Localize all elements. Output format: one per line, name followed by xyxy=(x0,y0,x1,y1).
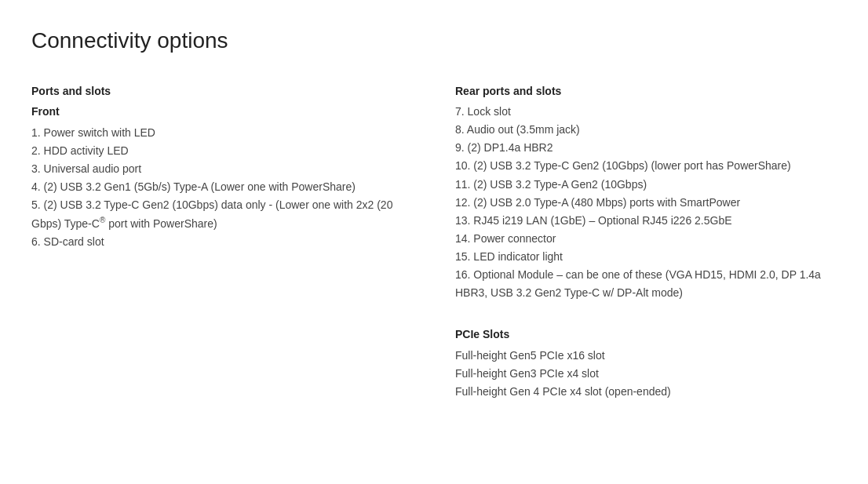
right-item-7: 7. Lock slot xyxy=(455,103,837,121)
pcie-section-title: PCIe Slots xyxy=(455,326,837,343)
left-item-2: 2. HDD activity LED xyxy=(31,142,424,160)
right-section-title: Rear ports and slots xyxy=(455,82,837,100)
right-item-14: 14. Power connector xyxy=(455,230,837,248)
right-item-13: 13. RJ45 i219 LAN (1GbE) – Optional RJ45… xyxy=(455,212,837,230)
left-item-1: 1. Power switch with LED xyxy=(31,124,424,142)
page-title: Connectivity options xyxy=(31,24,837,59)
left-item-4: 4. (2) USB 3.2 Gen1 (5Gb/s) Type-A (Lowe… xyxy=(31,178,424,196)
right-item-8: 8. Audio out (3.5mm jack) xyxy=(455,121,837,139)
right-item-11: 11. (2) USB 3.2 Type-A Gen2 (10Gbps) xyxy=(455,176,837,194)
left-section-title: Ports and slots xyxy=(31,82,424,100)
right-item-15: 15. LED indicator light xyxy=(455,248,837,266)
left-column: Ports and slots Front 1. Power switch wi… xyxy=(31,82,424,251)
left-item-6: 6. SD-card slot xyxy=(31,233,424,251)
spacer xyxy=(455,302,837,326)
front-subsection-title: Front xyxy=(31,103,424,120)
right-column: Rear ports and slots 7. Lock slot 8. Aud… xyxy=(455,82,837,401)
right-item-12: 12. (2) USB 2.0 Type-A (480 Mbps) ports … xyxy=(455,194,837,212)
right-item-10: 10. (2) USB 3.2 Type-C Gen2 (10Gbps) (lo… xyxy=(455,157,837,175)
pcie-item-1: Full-height Gen5 PCIe x16 slot xyxy=(455,347,837,365)
pcie-item-2: Full-height Gen3 PCIe x4 slot xyxy=(455,365,837,383)
right-item-9: 9. (2) DP1.4a HBR2 xyxy=(455,139,837,157)
right-item-16: 16. Optional Module – can be one of thes… xyxy=(455,266,837,302)
content-layout: Ports and slots Front 1. Power switch wi… xyxy=(31,82,837,401)
pcie-item-3: Full-height Gen 4 PCIe x4 slot (open-end… xyxy=(455,383,837,401)
left-item-3: 3. Universal audio port xyxy=(31,160,424,178)
left-item-5: 5. (2) USB 3.2 Type-C Gen2 (10Gbps) data… xyxy=(31,196,424,233)
